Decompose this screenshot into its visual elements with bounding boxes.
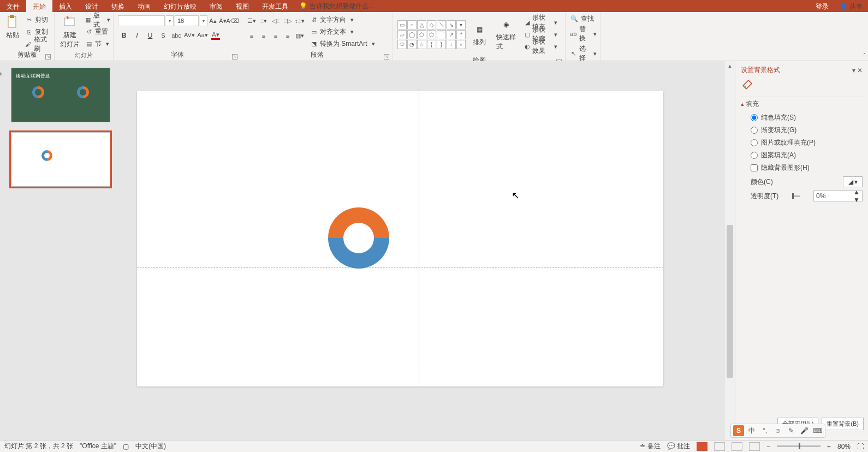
reading-view-button[interactable] <box>732 442 742 451</box>
tab-animation[interactable]: 动画 <box>131 0 157 12</box>
transparency-slider[interactable] <box>792 195 800 197</box>
tab-review[interactable]: 审阅 <box>203 0 229 12</box>
case-button[interactable]: Aa▾ <box>198 31 207 40</box>
share-button[interactable]: 👤 共享 <box>834 0 868 12</box>
tab-transition[interactable]: 切换 <box>105 0 131 12</box>
select-button[interactable]: ↖选择▾ <box>570 44 598 63</box>
grow-font-icon[interactable]: A▴ <box>209 16 217 25</box>
bold-button[interactable]: B <box>120 31 128 40</box>
underline-button[interactable]: U <box>146 31 154 40</box>
italic-button[interactable]: I <box>133 31 141 40</box>
zoom-in-button[interactable]: + <box>827 443 831 450</box>
paste-button[interactable]: 粘贴 <box>2 13 23 42</box>
text-direction-button[interactable]: ⇵文字方向▾ <box>308 14 379 26</box>
shape-rect-icon[interactable]: ▭ <box>397 20 407 29</box>
justify-button[interactable]: ≡ <box>283 32 292 40</box>
tab-insert[interactable]: 插入 <box>52 0 79 12</box>
fill-bucket-icon[interactable] <box>741 78 754 91</box>
normal-view-button[interactable] <box>697 442 708 451</box>
ime-punct-button[interactable]: °, <box>759 425 770 436</box>
ime-keyboard-button[interactable]: ⌨ <box>812 425 823 436</box>
sorter-view-button[interactable] <box>714 442 725 451</box>
reset-button[interactable]: ↺重置 <box>83 26 114 38</box>
language-button[interactable]: 中文(中国) <box>135 442 166 451</box>
strike-button[interactable]: S <box>159 31 168 40</box>
zoom-level[interactable]: 80% <box>837 443 851 450</box>
smartart-button[interactable]: ⬔转换为 SmartArt▾ <box>308 38 379 50</box>
ime-skin-button[interactable]: ✎ <box>786 425 796 436</box>
shape-arrow-icon[interactable]: ↘ <box>447 20 456 29</box>
thumbnail-2[interactable] <box>11 132 110 187</box>
shape-line-icon[interactable]: ＼ <box>437 20 446 29</box>
font-name-dropdown[interactable]: ▾ <box>166 15 174 26</box>
panel-menu-icon[interactable]: ▾ ✕ <box>852 67 863 74</box>
login-button[interactable]: 登录 <box>810 0 834 12</box>
spell-check-icon[interactable]: ▢ <box>123 443 129 450</box>
comments-button[interactable]: 💬 批注 <box>667 442 690 451</box>
replace-button[interactable]: ab替换▾ <box>570 25 598 43</box>
tab-view[interactable]: 视图 <box>229 0 255 12</box>
zoom-out-button[interactable]: − <box>766 443 770 450</box>
indent-less-button[interactable]: ◁≡ <box>271 17 280 26</box>
notes-button[interactable]: ≐ 备注 <box>640 442 660 451</box>
solid-fill-radio[interactable]: 纯色填充(S) <box>751 113 863 122</box>
font-color-button[interactable]: A▾ <box>211 31 220 40</box>
tab-developer[interactable]: 开发工具 <box>255 0 295 12</box>
tab-home[interactable]: 开始 <box>26 0 52 12</box>
columns-button[interactable]: ▥▾ <box>295 32 304 40</box>
font-size-input[interactable] <box>175 15 199 26</box>
thumbnail-1[interactable]: 移动互联网普及 <box>11 68 110 122</box>
section-button[interactable]: ▤节▾ <box>83 38 114 50</box>
zoom-slider[interactable] <box>777 445 821 447</box>
cut-button[interactable]: ✂剪切 <box>23 14 52 26</box>
find-button[interactable]: 🔍查找 <box>570 14 598 23</box>
shape-effect-button[interactable]: ◐形状效果▾ <box>522 41 561 52</box>
picture-fill-radio[interactable]: 图片或纹理填充(P) <box>751 138 863 147</box>
shadow-button[interactable]: abc <box>172 31 181 40</box>
tell-me[interactable]: 💡告诉我您想要做什么... <box>295 0 378 12</box>
align-center-button[interactable]: ≡ <box>259 32 268 40</box>
slide-canvas[interactable]: ↖ ▲ ▼ <box>118 61 735 452</box>
slide[interactable] <box>137 91 663 386</box>
font-name-input[interactable] <box>118 15 165 26</box>
tab-file[interactable]: 文件 <box>0 0 26 12</box>
donut-shape[interactable] <box>328 207 389 269</box>
align-text-button[interactable]: ▭对齐文本▾ <box>308 26 379 38</box>
clear-format-icon[interactable]: A⌫ <box>228 16 237 25</box>
ime-emoji-button[interactable]: ☺ <box>772 425 783 436</box>
collapse-ribbon-icon[interactable]: ˄ <box>863 52 866 58</box>
shapes-gallery[interactable]: ▭○△◇＼↘▾ ▱◯⬠⬡⌒↗＊ ⬭◔☆{}↕▿ <box>397 20 466 49</box>
numbering-button[interactable]: ≡▾ <box>259 17 268 26</box>
indent-more-button[interactable]: ≡▷ <box>283 17 292 26</box>
arrange-button[interactable]: ▦排列 <box>469 20 490 49</box>
ime-voice-button[interactable]: 🎤 <box>799 425 810 436</box>
tab-slideshow[interactable]: 幻灯片放映 <box>157 0 203 12</box>
color-picker-button[interactable]: ◢▾ <box>843 176 863 187</box>
format-painter-button[interactable]: 🖌格式刷 <box>23 38 52 50</box>
shape-diamond-icon[interactable]: ◇ <box>427 20 436 29</box>
shape-more-icon[interactable]: ▾ <box>456 20 466 29</box>
line-spacing-button[interactable]: ↕≡▾ <box>295 17 304 26</box>
fit-window-button[interactable]: ⛶ <box>857 443 864 450</box>
align-right-button[interactable]: ≡ <box>271 32 280 40</box>
pattern-fill-radio[interactable]: 图案填充(A) <box>751 151 863 160</box>
slideshow-view-button[interactable] <box>749 442 760 451</box>
reset-bg-button[interactable]: 重置背景(B) <box>822 418 864 430</box>
bullets-button[interactable]: ☰▾ <box>247 17 256 26</box>
spacing-button[interactable]: AV▾ <box>185 31 194 40</box>
quick-styles-button[interactable]: ◉快速样式 <box>493 15 519 53</box>
vertical-scrollbar[interactable]: ▲ ▼ <box>725 61 735 452</box>
scroll-up-icon[interactable]: ▲ <box>725 61 735 71</box>
hide-bg-checkbox[interactable]: 隐藏背景图形(H) <box>751 163 863 173</box>
layout-button[interactable]: ▦版式▾ <box>83 14 114 26</box>
fill-section[interactable]: ▴ 填充 <box>741 97 863 111</box>
scroll-thumb[interactable] <box>727 225 733 378</box>
para-dialog-icon[interactable]: ↘ <box>384 54 389 60</box>
shape-circle-icon[interactable]: ○ <box>407 20 417 29</box>
shape-triangle-icon[interactable]: △ <box>417 20 426 29</box>
font-dialog-icon[interactable]: ↘ <box>232 54 237 60</box>
gradient-fill-radio[interactable]: 渐变填充(G) <box>751 126 863 135</box>
align-left-button[interactable]: ≡ <box>247 32 256 40</box>
font-size-dropdown[interactable]: ▾ <box>200 15 207 26</box>
new-slide-button[interactable]: 新建 幻灯片 <box>57 13 83 51</box>
